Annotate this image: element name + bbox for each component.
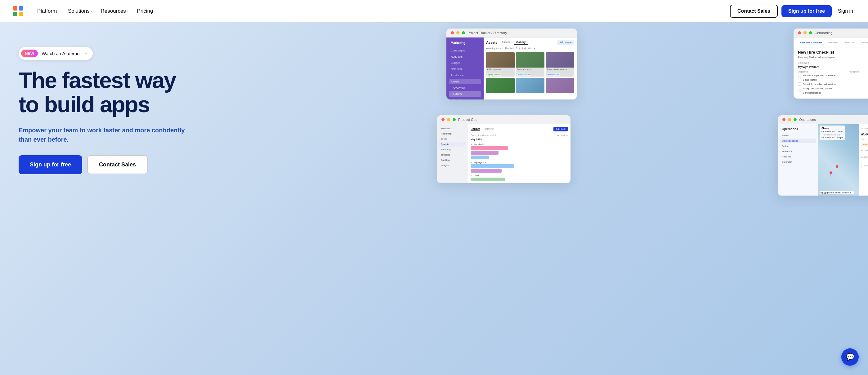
tab-timeline[interactable]: Timeline [483, 127, 494, 131]
filter-rejected[interactable]: Rejected [516, 47, 526, 49]
map-share-label[interactable]: ↗ Share [819, 192, 828, 194]
sidebar-feedback[interactable]: Feedback [439, 126, 466, 131]
tab-new-hire[interactable]: New Hire Checklist [798, 41, 824, 45]
hero-cta-buttons: Sign up for free Contact Sales [19, 155, 415, 174]
ops-orders[interactable]: Orders [780, 144, 816, 148]
tab-references[interactable]: References [859, 41, 868, 45]
asset-runner-jacket[interactable]: Runner in jacket Winter season [516, 52, 545, 76]
signin-button[interactable]: Sign in [835, 5, 856, 17]
logo[interactable] [12, 6, 24, 17]
sidebar-sprints[interactable]: Sprints [439, 142, 466, 146]
assets-tabs: Assets Gallery [500, 40, 528, 45]
sidebar-backlog[interactable]: Backlog [439, 158, 466, 162]
filter-awaiting[interactable]: Awaiting review [486, 47, 503, 49]
task-checkbox[interactable] [798, 91, 801, 94]
store-item-1[interactable]: ▾ Centaur Pro - Green [822, 131, 843, 133]
gantt-in-progress: ● In progress [471, 161, 568, 173]
product-ops-header: Product Ops [437, 115, 570, 124]
nav-resources[interactable]: Resources › [97, 6, 132, 17]
sidebar-planning[interactable]: Planning [439, 147, 466, 152]
activity-filter[interactable]: All activity ▾ [861, 156, 868, 158]
sidebar-item-overview[interactable]: Overview [449, 85, 481, 91]
tab-sprints[interactable]: Sprints [471, 127, 480, 131]
tab-gallery[interactable]: Gallery [514, 40, 528, 45]
sprint-main: Sprints Timeline Add task Current and ne… [468, 124, 570, 183]
sidebar-item-gallery[interactable]: Gallery [449, 91, 481, 97]
filter-more[interactable]: More ▾ [527, 47, 535, 49]
ops-inventory[interactable]: Inventory [780, 149, 816, 154]
sidebar-item-production[interactable]: Production [449, 72, 481, 78]
shirts-image [486, 78, 515, 93]
sku-status: Pending [861, 143, 868, 146]
sidebar-roadmap[interactable]: Roadmap [439, 131, 466, 136]
signup-button[interactable]: Sign up for free [781, 5, 832, 17]
chevron-icon: › [91, 9, 92, 13]
store-item-2[interactable]: ▾ Centaur Pro - Purple [822, 136, 843, 139]
onboarding-header: Onboarding [794, 29, 868, 37]
athlete-image [486, 52, 515, 68]
hero-signup-button[interactable]: Sign up for free [19, 155, 82, 174]
sidebar-item-insights[interactable]: Insights [449, 97, 481, 100]
window-max-dot [794, 118, 797, 121]
asset-purple[interactable] [546, 78, 574, 93]
employee-info: Myrwyn Wolfart Oct 26th, 2023 [798, 65, 868, 68]
contact-sales-button[interactable]: Contact Sales [730, 5, 778, 18]
stores-list-title: Stores [822, 127, 843, 130]
task-4: Assign on-boarding partner Important [798, 87, 868, 90]
comment-input[interactable]: Add a comment... [861, 163, 868, 168]
sidebar-item-budget[interactable]: Budget [449, 60, 481, 66]
sidebar-insights[interactable]: Insights [439, 163, 466, 168]
sidebar-item-assets[interactable]: Assets [449, 79, 481, 84]
asset-athlete[interactable]: Athlete on court Spring season [486, 52, 515, 76]
chat-bubble[interactable]: 💬 [841, 348, 859, 366]
all-sprints-link[interactable]: All sprints [557, 134, 568, 137]
task-text: Assign on-boarding partner [803, 87, 868, 90]
gantt-done: ● Done [471, 174, 568, 181]
task-text: Send Manager welcome letter [803, 74, 868, 77]
ops-calendar[interactable]: Calendar [780, 160, 816, 164]
task-checkbox[interactable] [798, 74, 801, 77]
task-headers: Objective Assignee Priority [798, 70, 868, 73]
filter-blocked[interactable]: Blocked [505, 47, 514, 49]
assets-filter-row: Awaiting review Blocked Rejected More ▾ [486, 47, 574, 49]
product-body: Feedback Roadmap OKRs Sprints Planning T… [437, 124, 570, 183]
status-dot: ● [471, 174, 472, 177]
nav-pricing[interactable]: Pricing [133, 6, 157, 17]
nav-solutions[interactable]: Solutions › [64, 6, 96, 17]
nav-platform[interactable]: Platform › [33, 6, 63, 17]
navbar: Platform › Solutions › Resources › Prici… [0, 0, 868, 22]
ops-title: Operations [780, 126, 816, 132]
window-min-dot [804, 31, 807, 34]
checklist-subtitle: Pending Tasks All employees [798, 56, 868, 59]
task-checkbox[interactable] [798, 78, 801, 81]
task-text: Schedule new-hire orientation [803, 83, 868, 86]
asset-runner-bleachers[interactable]: Runner on bleachers Winter season [546, 52, 574, 76]
sku-section: Stores / Store locations ⤡ ✕ #SKU-001 St… [859, 124, 868, 196]
sidebar-okrs[interactable]: OKRs [439, 137, 466, 141]
hero-contact-button[interactable]: Contact Sales [87, 155, 148, 174]
sidebar-item-campaigns[interactable]: Campaigns [449, 48, 481, 53]
task-checkbox[interactable] [798, 82, 801, 86]
sidebar-item-calendar[interactable]: Calendar [449, 66, 481, 72]
sidebar-timeline[interactable]: Timeline [439, 152, 466, 157]
employee-name: Myrwyn Wolfart [798, 65, 819, 68]
add-asset-button[interactable]: Add asset [557, 40, 574, 45]
add-task-button[interactable]: Add task [553, 127, 568, 131]
asset-shirts[interactable] [486, 78, 515, 93]
hero-headline: The fastest way to build apps [19, 68, 415, 117]
runner-image [546, 52, 574, 68]
ops-store-locations[interactable]: Store locations [780, 139, 816, 143]
sku-status-group: Status Pending [861, 138, 868, 146]
ops-records[interactable]: Records [780, 154, 816, 159]
tab-interview[interactable]: Interview [827, 41, 840, 45]
window-max-dot [809, 31, 812, 34]
nav-links: Platform › Solutions › Resources › Prici… [33, 6, 157, 17]
ai-demo-badge[interactable]: NEW Watch an AI demo + [19, 47, 93, 60]
tab-referrals[interactable]: Referrals [843, 41, 856, 45]
sidebar-item-requests[interactable]: Requests [449, 54, 481, 60]
ops-stores[interactable]: Stores [780, 133, 816, 138]
tab-assets[interactable]: Assets [500, 40, 512, 45]
asset-shoes[interactable] [516, 78, 545, 93]
plus-icon: + [84, 50, 88, 57]
task-checkbox[interactable] [798, 87, 801, 90]
